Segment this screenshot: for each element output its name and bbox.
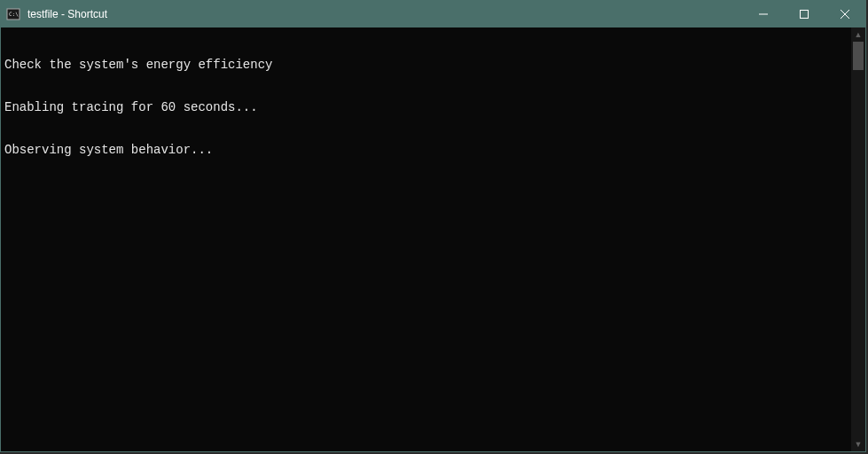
close-button[interactable] [825,1,865,27]
window-title: testfile - Shortcut [27,8,107,20]
svg-text:C:\: C:\ [9,11,19,17]
scrollbar-down-arrow-icon[interactable]: ▼ [851,437,865,451]
scrollbar-up-arrow-icon[interactable]: ▲ [851,27,865,42]
console-line: Observing system behavior... [4,143,848,157]
maximize-button[interactable] [784,1,825,27]
minimize-button[interactable] [743,1,784,27]
console-line: Enabling tracing for 60 seconds... [4,100,848,114]
scrollbar-thumb[interactable] [853,42,864,70]
window-controls [743,1,865,27]
console-area: Check the system's energy efficiency Ena… [1,27,865,451]
titlebar-left: C:\ testfile - Shortcut [1,7,107,21]
cmd-icon: C:\ [6,7,20,21]
console-output[interactable]: Check the system's energy efficiency Ena… [1,27,851,451]
application-window: C:\ testfile - Shortcut Check the system… [0,0,866,452]
vertical-scrollbar[interactable]: ▲ ▼ [851,27,865,451]
titlebar[interactable]: C:\ testfile - Shortcut [1,1,865,27]
console-line: Check the system's energy efficiency [4,58,848,72]
svg-rect-3 [801,11,809,19]
